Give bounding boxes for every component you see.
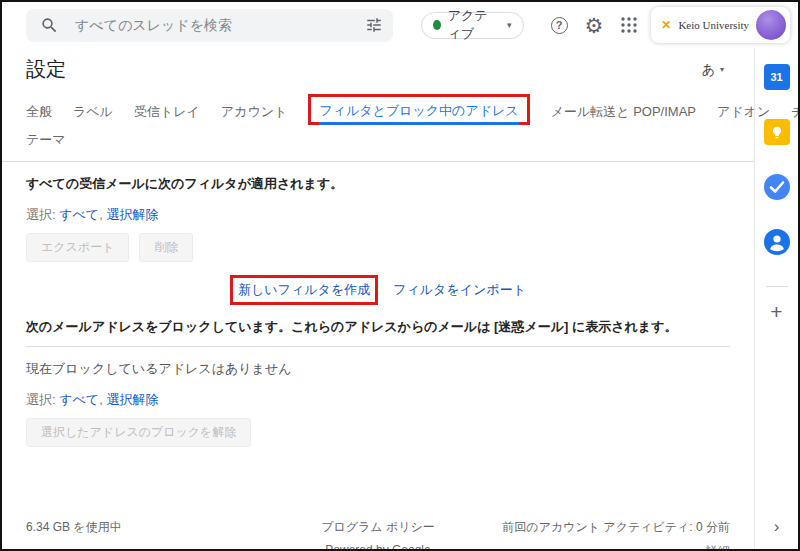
keep-lightbulb-icon — [764, 119, 790, 145]
last-account-activity: 前回のアカウント アクティビティ: 0 分前 — [502, 520, 730, 534]
import-filter-link[interactable]: フィルタをインポート — [393, 281, 526, 299]
side-panel-divider — [766, 286, 788, 287]
tasks-app-button[interactable] — [764, 174, 790, 200]
calendar-icon: 31 — [764, 64, 790, 90]
tabs-divider — [2, 161, 754, 162]
google-apps-button[interactable] — [620, 16, 638, 34]
separator: , — [99, 392, 103, 407]
tasks-check-icon — [764, 174, 790, 200]
filters-button-row: エクスポート 削除 — [26, 233, 730, 262]
blocked-divider — [26, 346, 730, 347]
main-area: 設定 あ ▾ 全般 ラベル 受信トレイ アカウント フィルタとブロック中のアドレ… — [2, 48, 798, 549]
tab-labels[interactable]: ラベル — [73, 103, 113, 123]
red-highlight-box-create-filter: 新しいフィルタを作成 — [230, 275, 378, 305]
tab-filters-blocked-addresses[interactable]: フィルタとブロック中のアドレス — [319, 103, 518, 125]
delete-button[interactable]: 削除 — [139, 233, 193, 262]
red-highlight-box-filters-tab: フィルタとブロック中のアドレス — [308, 94, 529, 125]
tab-themes[interactable]: テーマ — [26, 131, 66, 151]
storage-usage: 6.34 GB を使用中 — [26, 519, 261, 536]
settings-tabs-row1: 全般 ラベル 受信トレイ アカウント フィルタとブロック中のアドレス メール転送… — [26, 94, 730, 123]
input-tools-selector[interactable]: あ ▾ — [702, 61, 724, 79]
account-badge[interactable]: ✕ Keio University — [651, 7, 790, 43]
gear-icon: ⚙ — [585, 15, 604, 36]
contacts-app-button[interactable] — [764, 229, 790, 255]
filter-actions: 新しいフィルタを作成 フィルタをインポート — [26, 275, 730, 305]
filters-select-line: 選択: すべて, 選択解除 — [26, 206, 730, 224]
footer-center: プログラム ポリシー Powered by Google — [261, 519, 496, 551]
avatar[interactable] — [756, 10, 786, 40]
export-button[interactable]: エクスポート — [26, 233, 129, 262]
status-active-dot-icon — [433, 20, 441, 30]
search-options-tune-icon[interactable] — [365, 16, 383, 34]
settings-header: 設定 あ ▾ — [26, 56, 730, 83]
help-icon: ? — [551, 17, 568, 34]
chat-status-selector[interactable]: アクティブ ▾ — [421, 12, 524, 39]
side-panel: 31 + › — [754, 48, 798, 549]
blocked-select-line: 選択: すべて, 選択解除 — [26, 391, 730, 409]
settings-gear-button[interactable]: ⚙ — [585, 15, 604, 36]
blocked-button-row: 選択したアドレスのブロックを解除 — [26, 418, 730, 447]
keio-logo-icon: ✕ — [661, 18, 671, 32]
calendar-app-button[interactable]: 31 — [764, 64, 790, 90]
settings-tabs-row2: テーマ — [26, 131, 730, 151]
footer-right: 前回のアカウント アクティビティ: 0 分前 詳細 — [495, 519, 730, 551]
tab-accounts[interactable]: アカウント — [221, 103, 288, 123]
select-all-link[interactable]: すべて — [59, 392, 99, 407]
unblock-button[interactable]: 選択したアドレスのブロックを解除 — [26, 418, 251, 447]
help-button[interactable]: ? — [551, 17, 568, 34]
search-input[interactable] — [73, 16, 365, 34]
footer: 6.34 GB を使用中 プログラム ポリシー Powered by Googl… — [26, 519, 730, 551]
select-all-link[interactable]: すべて — [59, 207, 99, 222]
filters-heading: すべての受信メールに次のフィルタが適用されます。 — [26, 176, 730, 193]
account-name: Keio University — [678, 19, 749, 31]
status-label: アクティブ — [448, 7, 500, 43]
page-title: 設定 — [26, 56, 66, 83]
select-label: 選択: — [26, 392, 56, 407]
keep-app-button[interactable] — [764, 119, 790, 145]
deselect-link[interactable]: 選択解除 — [106, 207, 158, 222]
activity-details-link[interactable]: 詳細 — [706, 544, 730, 551]
deselect-link[interactable]: 選択解除 — [106, 392, 158, 407]
powered-by-google: Powered by Google — [261, 543, 496, 551]
blocked-heading: 次のメールアドレスをブロックしています。これらのアドレスからのメールは [迷惑メ… — [26, 319, 730, 336]
search-bar[interactable] — [26, 9, 393, 42]
tab-inbox[interactable]: 受信トレイ — [134, 103, 200, 123]
top-bar: アクティブ ▾ ? ⚙ ✕ Keio University — [2, 2, 798, 48]
create-filter-link[interactable]: 新しいフィルタを作成 — [238, 282, 370, 297]
chevron-down-icon: ▾ — [507, 20, 512, 30]
tab-forwarding-pop-imap[interactable]: メール転送と POP/IMAP — [551, 103, 696, 123]
get-addons-plus-icon[interactable]: + — [770, 301, 782, 322]
search-icon[interactable] — [40, 16, 59, 35]
apps-grid-icon — [620, 16, 638, 34]
collapse-panel-chevron-icon[interactable]: › — [774, 517, 780, 537]
separator: , — [99, 207, 103, 222]
chevron-down-icon: ▾ — [720, 65, 724, 74]
tab-general[interactable]: 全般 — [26, 103, 52, 123]
settings-content: 設定 あ ▾ 全般 ラベル 受信トレイ アカウント フィルタとブロック中のアドレ… — [2, 48, 754, 549]
select-label: 選択: — [26, 207, 56, 222]
program-policies-link[interactable]: プログラム ポリシー — [321, 520, 435, 534]
input-tools-label: あ — [702, 61, 715, 79]
contacts-person-icon — [764, 229, 790, 255]
gmail-settings-window: アクティブ ▾ ? ⚙ ✕ Keio University — [0, 0, 800, 551]
blocked-empty-message: 現在ブロックしているアドレスはありません — [26, 360, 730, 378]
